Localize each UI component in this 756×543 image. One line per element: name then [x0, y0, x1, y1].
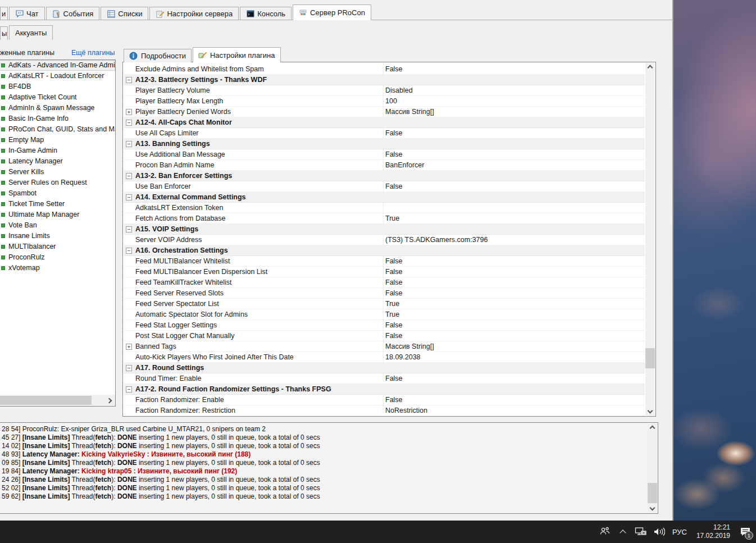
plugin-list-item[interactable]: AdKats - Advanced In-Game Admin — [0, 60, 115, 71]
settings-row[interactable]: Post Stat Logger Chat ManuallyFalse — [124, 331, 645, 341]
settings-row[interactable]: Faction Randomizer: RestrictionNoRestric… — [124, 405, 645, 416]
setting-value[interactable]: True — [385, 299, 643, 309]
setting-value[interactable]: False — [385, 64, 643, 75]
setting-value[interactable]: False — [385, 288, 643, 299]
settings-row[interactable]: Use All Caps LimiterFalse — [124, 128, 645, 139]
settings-vscrollbar[interactable] — [645, 63, 655, 416]
settings-row[interactable]: Round Timer: EnableFalse — [124, 373, 645, 384]
tab-console[interactable]: Консоль — [240, 7, 292, 20]
settings-row[interactable]: Feed MULTIBalancer WhitelistFalse — [124, 256, 645, 267]
setting-value[interactable]: False — [385, 331, 643, 341]
plugin-list-item[interactable]: Ultimate Map Manager — [0, 209, 115, 220]
setting-value[interactable]: BanEnforcer — [385, 160, 643, 171]
plugin-list-item[interactable]: MULTIbalancer — [0, 241, 115, 252]
tab-details[interactable]: Подробности — [124, 49, 192, 62]
setting-value[interactable]: True — [385, 213, 643, 224]
settings-group-row[interactable]: −A14. External Command Settings — [124, 192, 645, 203]
settings-row[interactable]: Exclude Admins and Whitelist from SpamFa… — [124, 64, 645, 75]
tab-server-settings[interactable]: Настройки сервера — [149, 7, 239, 20]
hscroll-right-button[interactable] — [103, 395, 115, 406]
tab-events[interactable]: События — [46, 7, 100, 20]
log-vscrollbar[interactable] — [648, 423, 657, 513]
setting-value[interactable]: NoRestriction — [385, 405, 643, 416]
setting-value[interactable]: False — [385, 373, 643, 384]
settings-group-row[interactable]: −A17. Round Settings — [124, 363, 645, 373]
setting-value[interactable]: 100 — [385, 96, 643, 107]
tab-chat[interactable]: Чат — [9, 7, 45, 20]
settings-row[interactable]: Fetch Actions from DatabaseTrue — [124, 213, 645, 224]
plugin-list-item[interactable]: Latency Manager — [0, 156, 115, 167]
plugin-list-item[interactable]: BF4DB — [0, 81, 115, 92]
plugin-list-item[interactable]: AdminIn & Spawn Message — [0, 103, 115, 113]
network-icon[interactable] — [634, 521, 648, 543]
tray-expand-chevron-icon[interactable] — [616, 521, 630, 543]
settings-row[interactable]: Faction Randomizer: EnableFalse — [124, 395, 645, 405]
settings-row[interactable]: Server VOIP Address(TS3) TS.ADKGamers.co… — [124, 235, 645, 245]
clock[interactable]: 12:21 17.02.2019 — [693, 523, 734, 540]
collapse-icon[interactable]: − — [126, 226, 132, 232]
settings-row[interactable]: Use Additional Ban MessageFalse — [124, 149, 645, 160]
plugin-list-item[interactable]: Spambot — [0, 188, 115, 199]
plugin-list-hscrollbar[interactable] — [0, 395, 115, 406]
settings-group-row[interactable]: −A13-2. Ban Enforcer Settings — [124, 171, 645, 181]
setting-value[interactable]: False — [385, 267, 643, 277]
vscroll-down-button[interactable] — [648, 503, 657, 513]
settings-group-row[interactable]: −A15. VOIP Settings — [124, 224, 645, 235]
setting-value[interactable]: 18.09.2038 — [385, 352, 643, 363]
setting-value[interactable]: Массив String[] — [385, 107, 643, 117]
setting-value[interactable]: Массив String[] — [385, 341, 643, 352]
setting-value[interactable]: False — [385, 395, 643, 405]
setting-value[interactable]: Disabled — [385, 85, 643, 96]
action-center-icon[interactable]: 1 — [737, 521, 754, 543]
collapse-icon[interactable]: − — [126, 248, 132, 254]
people-icon[interactable] — [598, 521, 612, 543]
plugin-list-item[interactable]: Server Rules on Request — [0, 177, 115, 188]
plugin-list-item[interactable]: AdKatsLRT - Loadout Enforcer — [0, 71, 115, 81]
tab-plugin-settings[interactable]: Настройки плагина — [193, 47, 281, 62]
settings-row[interactable]: Automatic Spectator Slot for AdminsTrue — [124, 309, 645, 320]
vscroll-up-button[interactable] — [645, 63, 655, 72]
setting-value[interactable]: False — [385, 128, 643, 139]
collapse-icon[interactable]: − — [126, 120, 132, 126]
settings-row[interactable]: Feed TeamKillTracker WhitelistFalse — [124, 277, 645, 288]
setting-value[interactable]: False — [385, 320, 643, 331]
setting-value[interactable]: False — [385, 149, 643, 160]
language-indicator[interactable]: РУС — [670, 528, 690, 536]
vscroll-thumb[interactable] — [645, 348, 655, 368]
settings-row[interactable]: Feed Server Spectator ListTrue — [124, 299, 645, 309]
settings-row[interactable]: Feed Server Reserved SlotsFalse — [124, 288, 645, 299]
tab-partial-left[interactable]: и — [0, 7, 8, 20]
vscroll-up-button[interactable] — [648, 423, 657, 433]
settings-group-row[interactable]: −A16. Orchestration Settings — [124, 245, 645, 256]
hscroll-thumb[interactable] — [0, 396, 92, 405]
volume-icon[interactable] — [652, 521, 666, 543]
settings-row[interactable]: Player Battlecry VolumeDisabled — [124, 85, 645, 96]
settings-row[interactable]: Feed MULTIBalancer Even Dispersion ListF… — [124, 267, 645, 277]
settings-row[interactable]: AdkatsLRT Extension Token — [124, 203, 645, 213]
vscroll-thumb[interactable] — [648, 483, 657, 503]
plugin-list-item[interactable]: ProconRulz — [0, 252, 115, 263]
plugin-list-item[interactable]: Vote Ban — [0, 220, 115, 231]
plugin-list-item[interactable]: In-Game Admin — [0, 145, 115, 156]
tab-accounts[interactable]: Аккуанты — [9, 25, 53, 40]
settings-group-row[interactable]: −A12-3. Battlecry Settings - Thanks WDF — [124, 75, 645, 85]
setting-value[interactable]: True — [385, 309, 643, 320]
collapse-icon[interactable]: − — [126, 141, 132, 147]
expand-icon[interactable]: + — [126, 109, 132, 115]
setting-value[interactable]: (TS3) TS.ADKGamers.com:3796 — [385, 235, 643, 245]
setting-value[interactable]: False — [385, 277, 643, 288]
plugin-list-item[interactable]: xVotemap — [0, 263, 115, 273]
settings-row[interactable]: Player Battlecry Max Length100 — [124, 96, 645, 107]
plugin-list-item[interactable]: Server Kills — [0, 167, 115, 177]
plugin-list-item[interactable]: Empty Map — [0, 135, 115, 145]
plugin-list-item[interactable]: Basic In-Game Info — [0, 113, 115, 124]
more-plugins-link[interactable]: Ещё плагины — [71, 49, 115, 57]
settings-group-row[interactable]: −A12-4. All-Caps Chat Monitor — [124, 117, 645, 128]
setting-value[interactable]: False — [385, 256, 643, 267]
collapse-icon[interactable]: − — [126, 77, 132, 83]
collapse-icon[interactable]: − — [126, 194, 132, 200]
setting-value[interactable]: False — [385, 181, 643, 192]
collapse-icon[interactable]: − — [126, 386, 132, 393]
plugin-list[interactable]: AdKats - Advanced In-Game AdminAdKatsLRT… — [0, 60, 116, 407]
settings-row[interactable]: Procon Ban Admin NameBanEnforcer — [124, 160, 645, 171]
